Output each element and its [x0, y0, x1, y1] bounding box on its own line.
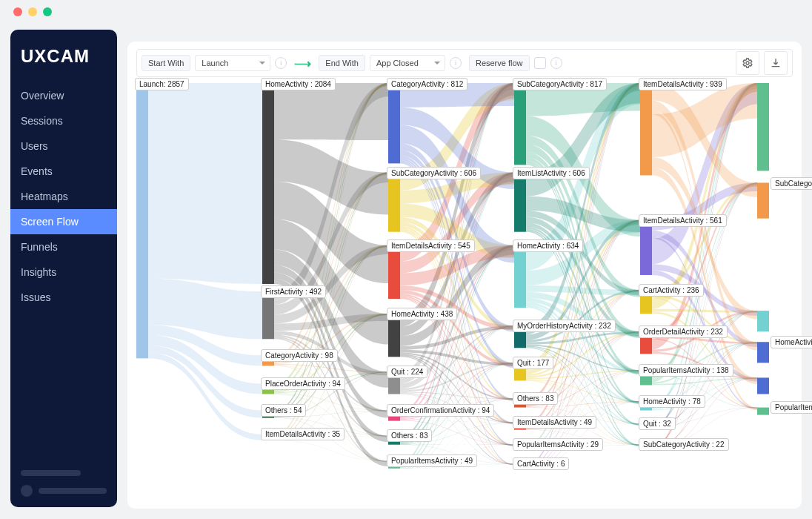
svg-rect-17 [514, 245, 526, 308]
app-window: UXCAM OverviewSessionsUsersEventsHeatmap… [0, 0, 812, 519]
svg-rect-7 [388, 83, 400, 163]
profile-bar [21, 470, 81, 476]
svg-rect-25 [640, 220, 652, 275]
svg-rect-2 [262, 291, 274, 339]
sankey-node-label[interactable]: ItemDetailsActivity : 939 [639, 78, 727, 90]
profile-row [21, 485, 107, 497]
svg-rect-15 [514, 83, 526, 165]
nav-users[interactable]: Users [10, 133, 117, 159]
sankey-node-label[interactable]: PopularItemsActivity : 29 [771, 401, 812, 414]
sankey-node-label[interactable]: Quit : 224 [387, 366, 427, 378]
svg-rect-24 [640, 83, 652, 175]
sankey-node-label[interactable]: OrderConfirmationActivity : 94 [387, 404, 494, 417]
sankey-node-label[interactable]: Others : 83 [513, 392, 558, 405]
titlebar [0, 0, 812, 24]
end-with-label: End With [319, 55, 365, 71]
arrow-right-icon: ⟶ [294, 56, 311, 70]
reserve-flow-checkbox[interactable] [534, 57, 546, 69]
download-button[interactable] [764, 51, 788, 75]
settings-button[interactable] [736, 51, 759, 75]
reserve-flow-label: Reserve flow [469, 55, 530, 71]
sankey-node-label[interactable]: MyOrderHistoryActivity : 232 [513, 320, 616, 332]
sankey-node-label[interactable]: ItemDetailsActivity : 545 [387, 239, 475, 252]
toolbar: Start With Launch i ⟶ End With App Close… [136, 49, 793, 77]
sankey-node-label[interactable]: HomeActivity : 634 [513, 239, 583, 252]
svg-rect-32 [757, 182, 769, 218]
sankey-node-label[interactable]: ItemDetailsActivity : 35 [261, 428, 345, 440]
nav-insights[interactable]: Insights [10, 260, 117, 285]
sankey-node-label[interactable]: HomeActivity : 438 [387, 308, 457, 320]
svg-rect-33 [757, 342, 769, 363]
sankey-node-label[interactable]: Quit : 32 [639, 417, 676, 430]
sankey-node-label[interactable]: Others : 83 [387, 429, 432, 442]
svg-rect-35 [757, 83, 769, 171]
sankey-node-label[interactable]: CartActivity : 236 [639, 284, 704, 297]
svg-rect-16 [514, 172, 526, 231]
svg-rect-1 [262, 83, 274, 284]
info-icon[interactable]: i [275, 57, 287, 69]
sankey-node-label[interactable]: PopularItemsActivity : 49 [387, 454, 477, 467]
svg-rect-8 [388, 172, 400, 231]
svg-rect-34 [757, 408, 769, 415]
sankey-node-label[interactable]: HomeActivity : 2084 [261, 78, 336, 90]
download-icon [770, 57, 782, 69]
sankey-node-label[interactable]: ItemListActivity : 606 [513, 167, 590, 179]
maximize-dot[interactable] [43, 7, 52, 16]
info-icon[interactable]: i [450, 57, 462, 69]
svg-rect-9 [388, 245, 400, 299]
end-with-select[interactable]: App Closed [370, 55, 445, 71]
brand-text: UXCAM [21, 46, 90, 67]
sankey-node-label[interactable]: CartActivity : 6 [513, 457, 569, 470]
nav-list: OverviewSessionsUsersEventsHeatmapsScree… [10, 83, 117, 310]
sankey-node-label[interactable]: HomeActivity : 78 [639, 395, 705, 408]
sankey-node-label[interactable]: HomeActivity : 211 [771, 336, 812, 348]
sankey-node-label[interactable]: SubCategoryActivity : 817 [513, 78, 607, 90]
settings-icon [742, 57, 753, 69]
sankey-node-label[interactable]: SubCategoryActivity : 356 [771, 177, 812, 190]
sankey-chart: Launch: 2857HomeActivity : 2084FirstActi… [136, 83, 793, 500]
content-panel: Start With Launch i ⟶ End With App Close… [127, 42, 802, 509]
sankey-node-label[interactable]: Quit : 177 [513, 357, 553, 369]
nav-overview[interactable]: Overview [10, 83, 117, 108]
brand-logo: UXCAM [10, 30, 117, 83]
nav-issues[interactable]: Issues [10, 285, 117, 310]
nav-funnels[interactable]: Funnels [10, 234, 117, 260]
sankey-node-label[interactable]: CategoryActivity : 98 [261, 349, 338, 362]
minimize-dot[interactable] [28, 7, 37, 16]
start-with-select[interactable]: Launch [195, 55, 270, 71]
sankey-node-label[interactable]: SubCategoryActivity : 606 [387, 167, 481, 179]
sankey-node-label[interactable]: Others : 54 [261, 404, 306, 417]
nav-screen-flow[interactable]: Screen Flow [10, 209, 117, 234]
start-with-label: Start With [142, 55, 190, 71]
info-icon[interactable]: i [550, 57, 562, 69]
sankey-node-label[interactable]: PlaceOrderActivity : 94 [261, 377, 345, 390]
sankey-node-label[interactable]: FirstActivity : 492 [261, 285, 326, 298]
profile-placeholder [21, 470, 107, 497]
sankey-node-label[interactable]: SubCategoryActivity : 22 [639, 438, 729, 451]
svg-rect-37 [757, 377, 769, 394]
avatar-placeholder [21, 485, 33, 497]
sankey-node-label[interactable]: PopularItemsActivity : 138 [639, 364, 733, 377]
svg-rect-0 [136, 83, 148, 358]
sankey-node-label[interactable]: Launch: 2857 [135, 78, 189, 90]
sankey-node-label[interactable]: OrderDetailActivity : 232 [639, 325, 728, 338]
sankey-node-label[interactable]: PopularItemsActivity : 29 [513, 438, 603, 451]
nav-events[interactable]: Events [10, 159, 117, 184]
nav-heatmaps[interactable]: Heatmaps [10, 184, 117, 209]
svg-rect-36 [757, 311, 769, 331]
sankey-node-label[interactable]: ItemDetailsActivity : 49 [513, 416, 596, 429]
close-dot[interactable] [13, 7, 22, 16]
sidebar: UXCAM OverviewSessionsUsersEventsHeatmap… [10, 30, 117, 507]
sankey-node-label[interactable]: CategoryActivity : 812 [387, 78, 467, 90]
nav-sessions[interactable]: Sessions [10, 108, 117, 133]
username-placeholder [39, 488, 107, 494]
sankey-node-label[interactable]: ItemDetailsActivity : 561 [639, 214, 727, 227]
